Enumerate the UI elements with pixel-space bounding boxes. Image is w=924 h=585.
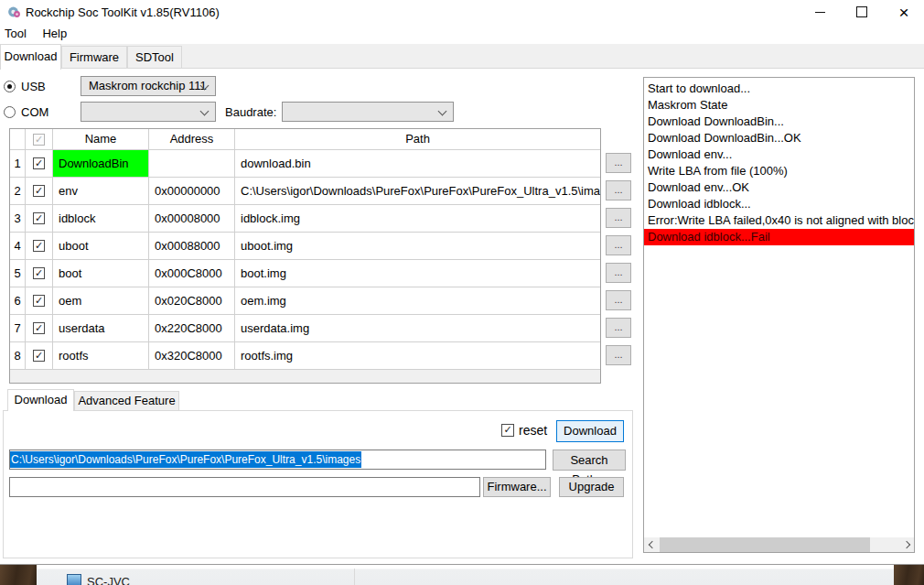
cell-path[interactable]: uboot.img [235,233,600,259]
row-number: 3 [10,205,26,232]
cell-address[interactable]: 0x320C8000 [149,342,235,369]
browse-button[interactable]: ... [606,318,631,338]
cell-name[interactable]: uboot [53,233,149,259]
cell-path[interactable]: idblock.img [235,205,600,232]
cell-address[interactable]: 0x020C8000 [149,287,235,314]
row-checkbox-cell[interactable]: ✓ [26,342,53,369]
tab-firmware[interactable]: Firmware [61,46,127,69]
desktop-wallpaper [0,565,37,585]
cell-path[interactable]: rootfs.img [235,342,600,369]
taskbar-item-label[interactable]: SC-JVC [87,575,130,585]
baudrate-label: Baudrate: [225,105,276,119]
menu-tool[interactable]: Tool [0,25,35,42]
cell-address[interactable]: 0x00000000 [149,178,235,204]
table-scrollbar[interactable] [10,369,600,383]
checkbox-icon: ✓ [33,185,45,197]
tab-download[interactable]: Download [0,44,61,70]
log-line: Download idblock... [644,196,914,212]
cell-name[interactable]: boot [53,260,149,287]
close-icon: × [898,4,908,21]
checkbox-icon: ✓ [33,267,45,279]
browse-button[interactable]: ... [606,180,631,200]
browse-button[interactable]: ... [606,345,631,365]
table-row: 8 ✓ rootfs 0x320C8000 rootfs.img [10,342,600,370]
download-button[interactable]: Download [556,420,624,442]
cell-name[interactable]: oem [53,287,149,314]
com-port-combobox[interactable] [81,102,216,122]
browse-button[interactable]: ... [606,208,631,228]
image-path-input[interactable]: C:\Users\igor\Downloads\PureFox\PureFox\… [9,450,546,470]
log-list: Start to download... Maskrom State Downl… [644,81,914,245]
app-icon [7,5,21,19]
row-checkbox-cell[interactable]: ✓ [26,315,53,341]
cell-address[interactable]: 0x00088000 [149,233,235,259]
browse-button[interactable]: ... [606,153,631,173]
row-checkbox-cell[interactable]: ✓ [26,287,53,314]
usb-device-combobox[interactable]: Maskrom rockchip 111 [81,76,216,96]
browse-button[interactable]: ... [606,235,631,255]
usb-device-value: Maskrom rockchip 111 [89,79,207,92]
cell-path[interactable]: boot.img [235,260,600,287]
log-horizontal-scrollbar[interactable] [644,537,914,552]
row-number: 7 [10,315,26,341]
com-radio[interactable] [4,106,16,118]
search-path-button[interactable]: Search Path... [553,450,626,471]
chevron-down-icon [200,107,210,116]
minimize-button[interactable] [803,0,836,24]
scrollbar-thumb[interactable] [660,537,870,552]
firmware-button[interactable]: Firmware... [483,477,551,497]
desktop-strip [0,565,924,585]
header-checkbox-cell[interactable]: ✓ [26,129,53,149]
taskbar-item-icon[interactable] [67,574,81,585]
cell-name[interactable]: env [53,178,149,204]
cell-path[interactable]: download.bin [235,150,600,177]
upgrade-button[interactable]: Upgrade [559,477,624,497]
row-checkbox-cell[interactable]: ✓ [26,150,53,177]
log-line: Write LBA from file (100%) [644,163,914,179]
row-checkbox-cell[interactable]: ✓ [26,205,53,232]
row-number: 1 [10,150,26,177]
bottom-tab-download[interactable]: Download [7,389,74,411]
firmware-path-input[interactable] [9,477,480,497]
log-line-error: Download idblock...Fail [644,229,914,245]
bottom-tab-advanced-feature[interactable]: Advanced Feature [74,391,179,411]
cell-name[interactable]: idblock [53,205,149,232]
close-button[interactable]: × [887,0,920,24]
checkbox-icon: ✓ [33,212,45,224]
divider [354,569,355,585]
row-checkbox-cell[interactable]: ✓ [26,233,53,259]
menu-bar: Tool Help [0,25,75,44]
log-line: Download DownloadBin...OK [644,130,914,146]
table-row: 6 ✓ oem 0x020C8000 oem.img [10,287,600,315]
cell-address[interactable]: 0x00008000 [149,205,235,232]
table-row: 1 ✓ DownloadBin download.bin [10,150,600,178]
cell-address[interactable]: 0x220C8000 [149,315,235,341]
cell-name[interactable]: DownloadBin [53,150,149,177]
usb-radio[interactable] [4,81,16,92]
checkbox-icon: ✓ [33,157,45,169]
log-line: Download env...OK [644,179,914,196]
maximize-button[interactable] [845,0,878,24]
select-all-checkbox-icon: ✓ [33,134,45,146]
cell-path[interactable]: userdata.img [235,315,600,341]
cell-path[interactable]: oem.img [235,287,600,314]
cell-address[interactable]: 0x000C8000 [149,260,235,287]
row-checkbox-cell[interactable]: ✓ [26,178,53,204]
scroll-right-arrow-icon[interactable] [898,537,914,552]
cell-name[interactable]: userdata [53,315,149,341]
baudrate-combobox[interactable] [282,102,454,122]
browse-button[interactable]: ... [606,290,631,310]
reset-checkbox[interactable]: ✓ [501,424,514,437]
usb-label: USB [21,80,46,93]
com-label: COM [21,105,48,119]
browse-button[interactable]: ... [606,263,631,283]
log-line: Start to download... [644,81,914,97]
cell-name[interactable]: rootfs [53,342,149,369]
cell-address[interactable] [149,150,235,177]
menu-help[interactable]: Help [38,25,75,42]
partition-table: ✓ Name Address Path 1 ✓ DownloadBin down… [9,128,601,384]
cell-path[interactable]: C:\Users\igor\Downloads\PureFox\PureFox\… [235,178,600,204]
tab-sdtool[interactable]: SDTool [127,46,182,69]
row-checkbox-cell[interactable]: ✓ [26,260,53,287]
scroll-left-arrow-icon[interactable] [644,537,660,552]
